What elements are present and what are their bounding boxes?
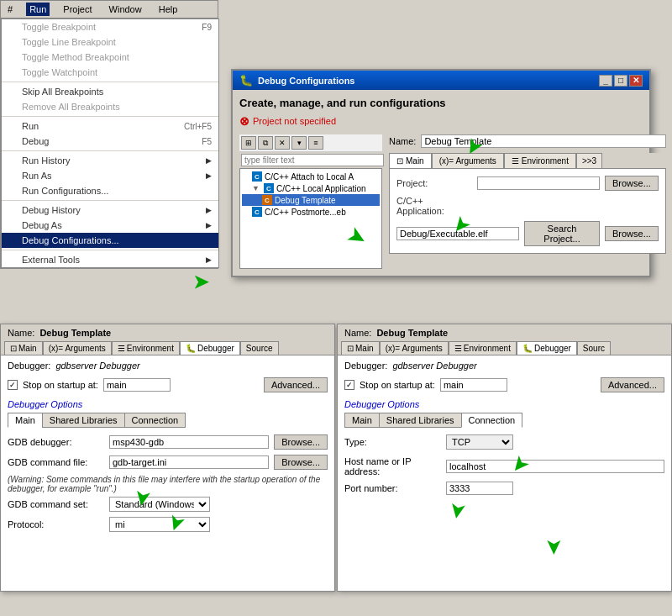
debug-item[interactable]: Debug F5 xyxy=(2,134,218,149)
bottom-area: Name: Debug Template ⊡ Main (x)= Argumen… xyxy=(0,324,672,592)
minimize-button[interactable]: _ xyxy=(599,75,612,87)
toggle-method-breakpoint-item[interactable]: Toggle Method Breakpoint xyxy=(2,50,218,65)
config-tree-panel: ⊞ ⧉ ✕ ▾ ≡ C C/C++ Attach to Local A ▼ xyxy=(239,134,382,269)
r-stop-input[interactable] xyxy=(440,378,507,392)
host-row: Host name or IP address: xyxy=(344,456,664,476)
command-set-row: GDB command set: Standard (Windows) xyxy=(8,497,328,512)
tree-filter-input[interactable] xyxy=(241,154,384,166)
menu-item-window[interactable]: Window xyxy=(106,3,145,16)
browse-app-button[interactable]: Browse... xyxy=(605,226,659,241)
close-button[interactable]: ✕ xyxy=(629,75,643,87)
left-tab-arguments[interactable]: (x)= Arguments xyxy=(43,341,112,355)
tree-item-local-app[interactable]: ▼ C C/C++ Local Application xyxy=(242,182,380,194)
tree-item-postmortem[interactable]: C C/C++ Postmorte...eb xyxy=(242,206,380,218)
left-tab-main[interactable]: ⊡ Main xyxy=(4,341,43,355)
main-icon: ⊡ xyxy=(396,156,403,166)
new-config-button[interactable]: ⊞ xyxy=(241,136,256,150)
host-label: Host name or IP address: xyxy=(344,456,441,476)
config-right-panel: Name: ⊡ Main (x)= Arguments ☰ Environmen… xyxy=(389,134,666,269)
expand-icon: ▼ xyxy=(252,184,260,192)
browse-gdb-button[interactable]: Browse... xyxy=(274,434,328,450)
left-tab-environment[interactable]: ☰ Environment xyxy=(112,341,180,355)
r-debugger-icon: 🐛 xyxy=(522,344,533,353)
gdb-command-label: GDB command file: xyxy=(8,457,104,467)
protocol-select[interactable]: mi xyxy=(109,517,210,532)
name-row: Name: xyxy=(389,134,666,148)
app-input[interactable] xyxy=(396,227,519,240)
gdb-command-input[interactable] xyxy=(109,455,269,469)
toggle-breakpoint-item[interactable]: Toggle Breakpoint F9 xyxy=(2,19,218,34)
r-stop-checkbox[interactable]: ✓ xyxy=(344,380,354,390)
project-input[interactable] xyxy=(477,176,600,190)
menu-item-help[interactable]: Help xyxy=(155,3,181,16)
tree-item-debug-template[interactable]: C Debug Template xyxy=(242,194,380,206)
debug-configurations-item[interactable]: Debug Configurations... xyxy=(2,233,218,248)
tree-toolbar: ⊞ ⧉ ✕ ▾ ≡ xyxy=(239,134,382,152)
right-panel-body: Debugger: gdbserver Debugger ✓ Stop on s… xyxy=(338,355,671,591)
maximize-button[interactable]: □ xyxy=(614,75,627,87)
tab-arguments[interactable]: (x)= Arguments xyxy=(432,153,504,168)
command-set-select[interactable]: Standard (Windows) xyxy=(109,497,210,512)
skip-all-breakpoints-item[interactable]: Skip All Breakpoints xyxy=(2,84,218,99)
toggle-line-breakpoint-item[interactable]: Toggle Line Breakpoint xyxy=(2,34,218,50)
tree-item-attach[interactable]: C C/C++ Attach to Local A xyxy=(242,171,380,182)
protocol-label: Protocol: xyxy=(8,519,104,529)
menu-item-project[interactable]: Project xyxy=(60,3,95,16)
run-configurations-item[interactable]: Run Configurations... xyxy=(2,183,218,198)
stop-checkbox[interactable]: ✓ xyxy=(8,380,18,390)
external-tools-item[interactable]: External Tools ▶ xyxy=(2,252,218,267)
r-subtab-main[interactable]: Main xyxy=(344,413,379,428)
menu-dropdown: # Run Project Window Help Toggle Breakpo… xyxy=(0,0,218,269)
collapse-button[interactable]: ≡ xyxy=(308,136,323,150)
run-as-item[interactable]: Run As ▶ xyxy=(2,168,218,183)
right-debugger-row: Debugger: gdbserver Debugger xyxy=(344,361,664,371)
debug-as-item[interactable]: Debug As ▶ xyxy=(2,218,218,233)
left-tab-debugger[interactable]: 🐛 Debugger xyxy=(180,341,240,355)
r-subtab-connection[interactable]: Connection xyxy=(461,413,523,428)
sep1 xyxy=(2,82,218,82)
right-name-label: Name: xyxy=(344,328,371,338)
left-name-row: Name: Debug Template xyxy=(1,324,334,341)
tab-environment[interactable]: ☰ Environment xyxy=(504,153,576,168)
subtab-shared-libraries[interactable]: Shared Libraries xyxy=(42,413,124,428)
remove-all-breakpoints-item[interactable]: Remove All Breakpoints xyxy=(2,99,218,114)
subtab-connection[interactable]: Connection xyxy=(124,413,186,428)
port-input[interactable] xyxy=(446,482,513,495)
menu-item-run[interactable]: Run xyxy=(26,3,50,16)
filter-button[interactable]: ▾ xyxy=(291,136,307,150)
right-tab-arguments[interactable]: (x)= Arguments xyxy=(380,341,449,355)
arrow-debug-configs-menu: ➤ xyxy=(193,271,208,293)
menu-item-hash[interactable]: # xyxy=(4,3,16,16)
dialog-content: ⊞ ⧉ ✕ ▾ ≡ C C/C++ Attach to Local A ▼ xyxy=(239,134,643,269)
right-tab-main[interactable]: ⊡ Main xyxy=(341,341,380,355)
stop-input[interactable] xyxy=(103,378,171,392)
advanced-button[interactable]: Advanced... xyxy=(264,377,328,392)
tab-main[interactable]: ⊡ Main xyxy=(389,153,432,168)
right-tab-debugger[interactable]: 🐛 Debugger xyxy=(517,341,577,355)
type-label: Type: xyxy=(344,437,441,447)
right-tab-source[interactable]: Sourc xyxy=(577,341,611,355)
search-project-button[interactable]: Search Project... xyxy=(524,221,600,246)
name-input[interactable] xyxy=(421,134,665,148)
run-history-item[interactable]: Run History ▶ xyxy=(2,153,218,168)
browse-project-button[interactable]: Browse... xyxy=(605,176,659,191)
toggle-watchpoint-item[interactable]: Toggle Watchpoint xyxy=(2,65,218,80)
run-item[interactable]: Run Ctrl+F5 xyxy=(2,118,218,134)
gdb-debugger-input[interactable] xyxy=(109,435,269,449)
debug-history-item[interactable]: Debug History ▶ xyxy=(2,203,218,218)
type-select[interactable]: TCP xyxy=(446,434,513,450)
copy-config-button[interactable]: ⧉ xyxy=(258,136,273,150)
r-subtab-shared-libraries[interactable]: Shared Libraries xyxy=(379,413,461,428)
error-message: ⊗ Project not specified xyxy=(239,114,643,128)
error-icon: ⊗ xyxy=(239,114,249,128)
delete-config-button[interactable]: ✕ xyxy=(275,136,290,150)
port-row: Port number: xyxy=(344,482,664,495)
subtab-main[interactable]: Main xyxy=(8,413,42,428)
r-debugger-options-header: Debugger Options xyxy=(344,399,664,409)
tab-more[interactable]: >>3 xyxy=(576,153,602,168)
r-advanced-button[interactable]: Advanced... xyxy=(601,377,664,392)
right-tab-environment[interactable]: ☰ Environment xyxy=(449,341,517,355)
left-tab-source[interactable]: Source xyxy=(240,341,279,355)
host-input[interactable] xyxy=(446,460,664,473)
browse-command-button[interactable]: Browse... xyxy=(274,455,328,470)
